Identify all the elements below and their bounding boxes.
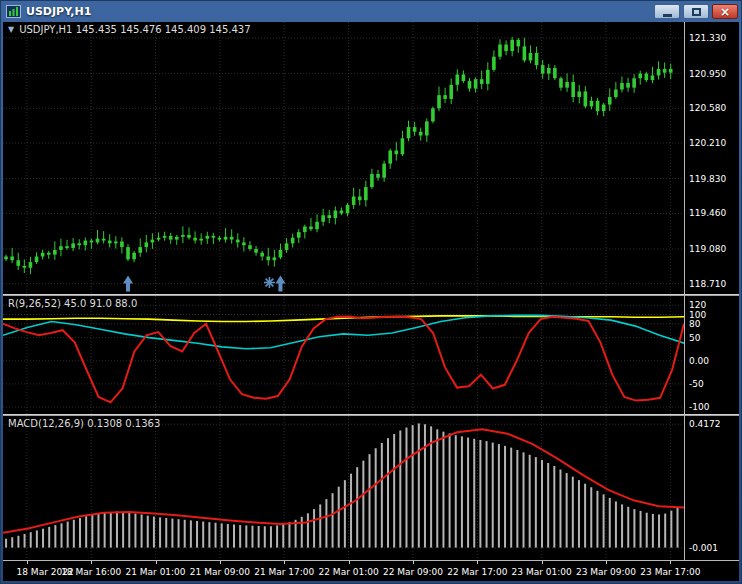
gridlines xyxy=(3,296,684,414)
candles-layer xyxy=(3,22,684,294)
time-tick xyxy=(284,561,285,564)
axis-label: 119.460 xyxy=(689,208,726,218)
macd-label: MACD(12,26,9) 0.1308 0.1363 xyxy=(8,418,160,429)
time-tick xyxy=(156,561,157,564)
axis-label: 80 xyxy=(689,319,700,329)
minimize-button[interactable] xyxy=(654,4,680,19)
time-label: 21 Mar 17:00 xyxy=(254,567,314,577)
time-label: 23 Mar 17:00 xyxy=(640,567,700,577)
minimize-icon xyxy=(663,14,672,17)
symbol-ohlc-label: USDJPY,H1 145.435 145.476 145.409 145.43… xyxy=(19,24,250,35)
time-tick xyxy=(91,561,92,564)
time-tick xyxy=(477,561,478,564)
red-line xyxy=(3,316,684,402)
oscillator-layer xyxy=(3,296,684,414)
time-label: 22 Mar 01:00 xyxy=(319,567,379,577)
main-pane-header: ▼ USDJPY,H1 145.435 145.476 145.409 145.… xyxy=(8,24,251,35)
macd-axis[interactable]: 0.4172-0.001 xyxy=(684,416,739,560)
time-label: 18 Mar 16:00 xyxy=(61,567,121,577)
axis-label: 119.080 xyxy=(689,244,726,254)
time-label: 22 Mar 17:00 xyxy=(447,567,507,577)
mt4-chart-window: USDJPY,H1 × ▼ USDJPY,H1 145.435 145.476 … xyxy=(0,0,742,584)
time-tick xyxy=(670,561,671,564)
oscillator-header: R(9,26,52) 45.0 91.0 88.0 xyxy=(8,298,137,309)
restore-icon xyxy=(692,8,701,16)
chart-client-area: ▼ USDJPY,H1 145.435 145.476 145.409 145.… xyxy=(3,22,739,581)
macd-histogram xyxy=(5,423,678,547)
time-tick xyxy=(27,561,28,564)
candlestick-chart[interactable]: ▼ USDJPY,H1 145.435 145.476 145.409 145.… xyxy=(3,22,684,294)
buy-arrow-marker xyxy=(123,275,133,291)
macd-chart[interactable]: MACD(12,26,9) 0.1308 0.1363 xyxy=(3,416,684,560)
time-tick xyxy=(606,561,607,564)
candlesticks xyxy=(4,37,672,274)
time-label: 22 Mar 09:00 xyxy=(383,567,443,577)
macd-header: MACD(12,26,9) 0.1308 0.1363 xyxy=(8,418,160,429)
time-tick xyxy=(220,561,221,564)
close-icon: × xyxy=(720,6,730,18)
main-chart-pane: ▼ USDJPY,H1 145.435 145.476 145.409 145.… xyxy=(3,22,739,294)
axis-label: 120.950 xyxy=(689,69,726,79)
time-tick xyxy=(349,561,350,564)
time-tick xyxy=(413,561,414,564)
axis-label: -50 xyxy=(689,379,704,389)
close-button[interactable]: × xyxy=(712,4,738,19)
symbol-dropdown-icon[interactable]: ▼ xyxy=(8,25,14,34)
macd-pane: MACD(12,26,9) 0.1308 0.1363 0.4172-0.001 xyxy=(3,416,739,560)
oscillator-axis[interactable]: 12010080500.00-50-100 xyxy=(684,296,739,414)
axis-label: 0.4172 xyxy=(689,419,721,429)
time-label: 23 Mar 01:00 xyxy=(512,567,572,577)
time-label: 23 Mar 09:00 xyxy=(576,567,636,577)
window-titlebar[interactable]: USDJPY,H1 × xyxy=(0,0,742,22)
axis-label: -100 xyxy=(689,402,709,412)
chart-window-icon xyxy=(6,5,21,18)
oscillator-label: R(9,26,52) 45.0 91.0 88.0 xyxy=(8,298,137,309)
gridlines xyxy=(3,22,684,294)
axis-label: 120.580 xyxy=(689,103,726,113)
time-label: 21 Mar 09:00 xyxy=(190,567,250,577)
axis-label: 50 xyxy=(689,333,700,343)
oscillator-chart[interactable]: R(9,26,52) 45.0 91.0 88.0 xyxy=(3,296,684,414)
axis-label: 120.210 xyxy=(689,138,726,148)
axis-label: -0.001 xyxy=(689,543,718,553)
axis-label: 0.00 xyxy=(689,356,709,366)
macd-layer xyxy=(3,416,684,560)
price-axis[interactable]: 121.330120.950120.580120.210119.830119.4… xyxy=(684,22,739,294)
time-axis[interactable]: 18 Mar 202218 Mar 16:0021 Mar 01:0021 Ma… xyxy=(3,560,739,581)
axis-label: 121.330 xyxy=(689,33,726,43)
axis-label: 118.710 xyxy=(689,279,726,289)
time-label: 21 Mar 01:00 xyxy=(125,567,185,577)
axis-label: 119.830 xyxy=(689,174,726,184)
time-tick xyxy=(542,561,543,564)
window-controls: × xyxy=(654,4,738,19)
window-title: USDJPY,H1 xyxy=(26,5,654,18)
oscillator-pane: R(9,26,52) 45.0 91.0 88.0 12010080500.00… xyxy=(3,296,739,414)
restore-button[interactable] xyxy=(683,4,709,19)
